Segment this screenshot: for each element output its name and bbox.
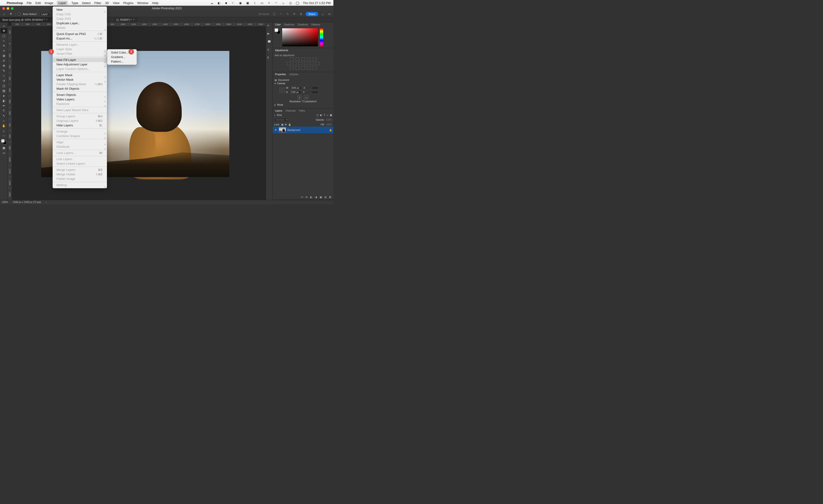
menu-item-duplicate-layer[interactable]: Duplicate Layer... bbox=[53, 21, 107, 25]
hue-slider[interactable] bbox=[320, 28, 323, 46]
menu-item-new-adjustment-layer[interactable]: New Adjustment Layer bbox=[53, 62, 107, 67]
adjustments-tab[interactable]: Adjustments bbox=[275, 49, 288, 52]
auto-select-checkbox[interactable] bbox=[18, 13, 20, 15]
menu-item-new[interactable]: New bbox=[53, 7, 107, 12]
brightness-adjustment-icon[interactable] bbox=[290, 58, 294, 61]
collapsed-panel-icon[interactable]: ¶ bbox=[268, 56, 271, 60]
menu-item-new-fill-layer[interactable]: New Fill Layer bbox=[53, 58, 107, 62]
menu-item-mask-all-objects[interactable]: Mask All Objects bbox=[53, 86, 107, 91]
new-group-icon[interactable]: ▣ bbox=[320, 196, 322, 199]
share-button[interactable]: Share bbox=[306, 12, 318, 16]
canvas-area[interactable]: 1003001002001003005007008009001000110012… bbox=[8, 22, 266, 200]
lock-all-icon[interactable]: 🔒 bbox=[288, 123, 291, 126]
layer-visibility-icon[interactable]: 👁 bbox=[274, 129, 278, 132]
stamp-tool[interactable]: ⎍ bbox=[0, 73, 7, 78]
blend-mode-select[interactable]: Normal bbox=[274, 118, 289, 122]
quick-select-tool[interactable]: ✎ bbox=[0, 43, 7, 48]
screen-mode-tool[interactable]: ▭ bbox=[0, 151, 7, 156]
home-icon[interactable]: ⌂ bbox=[2, 12, 6, 16]
vibrance-adjustment-icon[interactable] bbox=[313, 58, 317, 61]
canvas-anchor[interactable] bbox=[279, 87, 285, 93]
edit-toolbar[interactable]: ⋯ bbox=[0, 133, 7, 138]
lasso-tool[interactable]: ⌁ bbox=[0, 38, 7, 43]
channel-mixer-adjustment-icon[interactable] bbox=[310, 62, 314, 65]
portrait-orientation-icon[interactable]: ▯ bbox=[298, 95, 302, 99]
status-moon-icon[interactable]: ☾ bbox=[231, 1, 235, 5]
document-tab-1[interactable]: Base layer.jpeg @ 100% (RGB/8#) * × bbox=[0, 17, 50, 22]
doc-info-chevron-icon[interactable]: › bbox=[46, 201, 46, 204]
blur-tool[interactable]: ● bbox=[0, 93, 7, 98]
orbit-3d-icon[interactable]: ◯ bbox=[272, 12, 277, 16]
close-tab-icon[interactable]: × bbox=[133, 18, 135, 21]
type-tool[interactable]: T bbox=[0, 108, 7, 113]
path-select-tool[interactable]: ↖ bbox=[0, 113, 7, 118]
color-lookup-adjustment-icon[interactable] bbox=[316, 62, 319, 65]
properties-tab[interactable]: Properties bbox=[275, 73, 286, 76]
status-cloud-icon[interactable]: ☁︎ bbox=[210, 1, 214, 5]
menu-item-video-layers[interactable]: Video Layers bbox=[53, 97, 107, 101]
menu-select[interactable]: Select bbox=[82, 1, 91, 5]
layer-mask-icon[interactable]: ◐ bbox=[310, 196, 312, 199]
link-layers-icon[interactable]: ⚯ bbox=[301, 196, 303, 199]
color-balance-adjustment-icon[interactable] bbox=[293, 62, 297, 65]
status-video-icon[interactable]: ■ bbox=[224, 1, 228, 5]
toolbox-collapse-icon[interactable]: « bbox=[0, 23, 7, 28]
move-tool[interactable]: ✥ bbox=[0, 28, 7, 33]
history-brush-tool[interactable]: ↺ bbox=[0, 78, 7, 83]
workspace-icon[interactable]: ▭ bbox=[327, 12, 331, 16]
status-square-icon[interactable]: ▣ bbox=[246, 1, 250, 5]
menu-item-layer-mask[interactable]: Layer Mask bbox=[53, 73, 107, 77]
menu-type[interactable]: Type bbox=[71, 1, 78, 5]
filter-pixel-icon[interactable]: ▢ bbox=[317, 114, 319, 116]
pen-tool[interactable]: ✒ bbox=[0, 103, 7, 108]
zoom-tool[interactable]: ⌕ bbox=[0, 128, 7, 133]
pan-3d-icon[interactable]: ✧ bbox=[279, 12, 283, 16]
menu-item-quick-export-as-png[interactable]: Quick Export as PNG⇧⌘' bbox=[53, 32, 107, 36]
bw-adjustment-icon[interactable] bbox=[298, 62, 302, 65]
delete-layer-icon[interactable]: 🗑 bbox=[329, 196, 331, 199]
filter-smart-icon[interactable]: ▣ bbox=[330, 114, 332, 116]
channels-tab[interactable]: Channels bbox=[286, 109, 296, 112]
canvas-height-input[interactable] bbox=[289, 90, 302, 94]
collapsed-panel-icon[interactable]: ▶ bbox=[268, 32, 271, 36]
menu-filter[interactable]: Filter bbox=[94, 1, 101, 5]
patterns-tab[interactable]: Patterns bbox=[312, 23, 320, 26]
color-tab[interactable]: Color bbox=[275, 23, 281, 26]
status-app-icon[interactable]: ◐ bbox=[217, 1, 221, 5]
filter-shape-icon[interactable]: ▱ bbox=[326, 114, 328, 116]
brush-tool[interactable]: ✎ bbox=[0, 68, 7, 73]
doc-info[interactable]: 1946 px x 1298 px (72 ppi) bbox=[13, 201, 41, 204]
menu-3d[interactable]: 3D bbox=[105, 1, 109, 5]
menu-item-smart-objects[interactable]: Smart Objects bbox=[53, 92, 107, 97]
dodge-tool[interactable]: ◐ bbox=[0, 98, 7, 103]
threshold-adjustment-icon[interactable] bbox=[301, 66, 305, 69]
collapsed-panel-icon[interactable]: ≡ bbox=[268, 24, 271, 28]
layer-style-icon[interactable]: fx bbox=[306, 196, 308, 199]
roll-3d-icon[interactable]: ⟳ bbox=[286, 12, 290, 16]
menu-help[interactable]: Help bbox=[152, 1, 159, 5]
color-field[interactable] bbox=[282, 28, 318, 46]
close-tab-icon[interactable]: × bbox=[46, 18, 47, 21]
collapsed-panel-icon[interactable]: 💬 bbox=[268, 40, 271, 44]
status-control-center-icon[interactable]: ⌼ bbox=[289, 1, 293, 5]
close-window-button[interactable] bbox=[2, 7, 5, 10]
zoom-window-button[interactable] bbox=[11, 7, 14, 10]
canvas-width-input[interactable] bbox=[290, 86, 302, 90]
menu-item-hide-layers[interactable]: Hide Layers⌘, bbox=[53, 123, 107, 128]
layer-thumbnail[interactable] bbox=[279, 127, 286, 133]
filter-adjust-icon[interactable]: ◐ bbox=[320, 114, 322, 116]
color-fg-bg-swatch[interactable] bbox=[275, 28, 280, 34]
menu-edit[interactable]: Edit bbox=[35, 1, 41, 5]
healing-tool[interactable]: ✜ bbox=[0, 63, 7, 68]
document-tab-3-partial[interactable]: (1, RGB/8*) * × bbox=[114, 17, 137, 22]
hand-tool[interactable]: ✋ bbox=[0, 123, 7, 128]
crop-tool[interactable]: ⌗ bbox=[0, 48, 7, 53]
menu-image[interactable]: Image bbox=[44, 1, 53, 5]
new-fill-adjust-icon[interactable]: ◑ bbox=[315, 196, 317, 199]
zoom-level[interactable]: 100% bbox=[2, 201, 8, 204]
menubar-clock[interactable]: Thu Oct 27 1:52 PM bbox=[303, 1, 331, 5]
status-search-icon[interactable]: ⌕ bbox=[282, 1, 285, 5]
search-icon[interactable]: ⌕ bbox=[321, 12, 325, 16]
quick-mask-tool[interactable]: ▣ bbox=[0, 146, 7, 151]
menu-view[interactable]: View bbox=[113, 1, 120, 5]
